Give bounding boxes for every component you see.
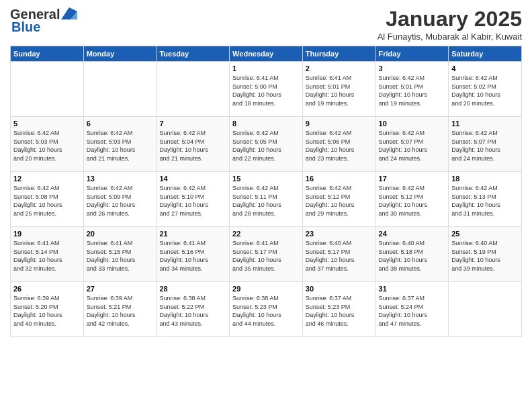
day-cell: 24Sunrise: 6:40 AMSunset: 5:18 PMDayligh…: [375, 227, 449, 282]
logo-blue: Blue: [11, 19, 40, 35]
day-cell: 31Sunrise: 6:37 AMSunset: 5:24 PMDayligh…: [375, 282, 449, 337]
day-info: Sunrise: 6:42 AMSunset: 5:05 PMDaylight:…: [232, 129, 300, 163]
day-info: Sunrise: 6:38 AMSunset: 5:22 PMDaylight:…: [159, 294, 226, 328]
day-number: 19: [13, 230, 81, 238]
day-cell: 18Sunrise: 6:42 AMSunset: 5:13 PMDayligh…: [449, 172, 522, 227]
day-cell: 6Sunrise: 6:42 AMSunset: 5:03 PMDaylight…: [83, 117, 157, 172]
day-cell: [83, 62, 157, 117]
day-info: Sunrise: 6:41 AMSunset: 5:00 PMDaylight:…: [232, 74, 300, 107]
day-info: Sunrise: 6:41 AMSunset: 5:01 PMDaylight:…: [306, 74, 373, 107]
header-day-friday: Friday: [375, 46, 449, 62]
day-info: Sunrise: 6:42 AMSunset: 5:10 PMDaylight:…: [159, 184, 226, 218]
day-number: 15: [232, 175, 300, 183]
header-row: SundayMondayTuesdayWednesdayThursdayFrid…: [11, 46, 522, 62]
logo: General Blue: [10, 7, 77, 35]
day-info: Sunrise: 6:41 AMSunset: 5:17 PMDaylight:…: [232, 239, 300, 273]
day-cell: 21Sunrise: 6:41 AMSunset: 5:16 PMDayligh…: [157, 227, 230, 282]
week-row-5: 26Sunrise: 6:39 AMSunset: 5:20 PMDayligh…: [11, 282, 522, 337]
day-number: 22: [232, 230, 300, 238]
page-container: General Blue January 2025 Al Funaytis, M…: [0, 0, 532, 344]
day-cell: 29Sunrise: 6:38 AMSunset: 5:23 PMDayligh…: [230, 282, 303, 337]
day-number: 25: [451, 230, 519, 238]
day-cell: 27Sunrise: 6:39 AMSunset: 5:21 PMDayligh…: [83, 282, 157, 337]
day-cell: 13Sunrise: 6:42 AMSunset: 5:09 PMDayligh…: [83, 172, 157, 227]
day-number: 2: [306, 64, 373, 73]
day-info: Sunrise: 6:42 AMSunset: 5:11 PMDaylight:…: [232, 184, 300, 218]
day-number: 11: [451, 120, 519, 128]
page-header: General Blue January 2025 Al Funaytis, M…: [10, 7, 522, 42]
day-number: 28: [159, 285, 226, 293]
header-day-thursday: Thursday: [302, 46, 375, 62]
day-info: Sunrise: 6:41 AMSunset: 5:14 PMDaylight:…: [13, 239, 81, 273]
day-info: Sunrise: 6:38 AMSunset: 5:23 PMDaylight:…: [232, 294, 300, 328]
day-cell: [157, 62, 230, 117]
day-info: Sunrise: 6:42 AMSunset: 5:13 PMDaylight:…: [451, 184, 519, 218]
month-title: January 2025: [378, 7, 522, 32]
day-number: 8: [232, 120, 300, 128]
week-row-3: 12Sunrise: 6:42 AMSunset: 5:08 PMDayligh…: [11, 172, 522, 227]
day-number: 29: [232, 285, 300, 293]
day-cell: 2Sunrise: 6:41 AMSunset: 5:01 PMDaylight…: [302, 62, 375, 117]
day-info: Sunrise: 6:37 AMSunset: 5:23 PMDaylight:…: [306, 294, 373, 328]
header-day-saturday: Saturday: [449, 46, 522, 62]
week-row-4: 19Sunrise: 6:41 AMSunset: 5:14 PMDayligh…: [11, 227, 522, 282]
day-cell: 20Sunrise: 6:41 AMSunset: 5:15 PMDayligh…: [83, 227, 157, 282]
day-number: 3: [379, 64, 446, 73]
day-cell: 11Sunrise: 6:42 AMSunset: 5:07 PMDayligh…: [449, 117, 522, 172]
day-number: 18: [451, 175, 519, 183]
day-cell: 12Sunrise: 6:42 AMSunset: 5:08 PMDayligh…: [11, 172, 84, 227]
day-cell: 22Sunrise: 6:41 AMSunset: 5:17 PMDayligh…: [230, 227, 303, 282]
title-block: January 2025 Al Funaytis, Mubarak al Kab…: [378, 7, 522, 42]
day-cell: 15Sunrise: 6:42 AMSunset: 5:11 PMDayligh…: [230, 172, 303, 227]
day-info: Sunrise: 6:39 AMSunset: 5:21 PMDaylight:…: [87, 294, 154, 328]
day-number: 5: [13, 120, 81, 128]
day-number: 13: [87, 175, 154, 183]
day-number: 7: [159, 120, 226, 128]
day-info: Sunrise: 6:42 AMSunset: 5:07 PMDaylight:…: [451, 129, 519, 163]
day-cell: [11, 62, 84, 117]
location-subtitle: Al Funaytis, Mubarak al Kabir, Kuwait: [378, 32, 522, 42]
day-number: 10: [379, 120, 446, 128]
day-number: 14: [159, 175, 226, 183]
day-number: 4: [451, 64, 519, 73]
day-cell: 9Sunrise: 6:42 AMSunset: 5:06 PMDaylight…: [302, 117, 375, 172]
day-info: Sunrise: 6:42 AMSunset: 5:04 PMDaylight:…: [159, 129, 226, 163]
day-cell: [449, 282, 522, 337]
day-number: 9: [306, 120, 373, 128]
day-cell: 4Sunrise: 6:42 AMSunset: 5:02 PMDaylight…: [449, 62, 522, 117]
day-cell: 1Sunrise: 6:41 AMSunset: 5:00 PMDaylight…: [230, 62, 303, 117]
day-number: 16: [306, 175, 373, 183]
day-cell: 10Sunrise: 6:42 AMSunset: 5:07 PMDayligh…: [375, 117, 449, 172]
day-cell: 7Sunrise: 6:42 AMSunset: 5:04 PMDaylight…: [157, 117, 230, 172]
day-info: Sunrise: 6:42 AMSunset: 5:12 PMDaylight:…: [379, 184, 446, 218]
day-cell: 26Sunrise: 6:39 AMSunset: 5:20 PMDayligh…: [11, 282, 84, 337]
day-info: Sunrise: 6:39 AMSunset: 5:20 PMDaylight:…: [13, 294, 81, 328]
day-number: 20: [87, 230, 154, 238]
day-cell: 14Sunrise: 6:42 AMSunset: 5:10 PMDayligh…: [157, 172, 230, 227]
day-info: Sunrise: 6:41 AMSunset: 5:15 PMDaylight:…: [87, 239, 154, 273]
day-info: Sunrise: 6:37 AMSunset: 5:24 PMDaylight:…: [379, 294, 446, 328]
day-number: 21: [159, 230, 226, 238]
day-info: Sunrise: 6:40 AMSunset: 5:17 PMDaylight:…: [306, 239, 373, 273]
day-cell: 16Sunrise: 6:42 AMSunset: 5:12 PMDayligh…: [302, 172, 375, 227]
day-cell: 5Sunrise: 6:42 AMSunset: 5:03 PMDaylight…: [11, 117, 84, 172]
header-day-monday: Monday: [83, 46, 157, 62]
day-info: Sunrise: 6:42 AMSunset: 5:01 PMDaylight:…: [379, 74, 446, 107]
calendar-table: SundayMondayTuesdayWednesdayThursdayFrid…: [10, 46, 522, 337]
day-number: 17: [379, 175, 446, 183]
day-number: 30: [306, 285, 373, 293]
day-number: 6: [87, 120, 154, 128]
day-info: Sunrise: 6:42 AMSunset: 5:12 PMDaylight:…: [306, 184, 373, 218]
day-info: Sunrise: 6:42 AMSunset: 5:06 PMDaylight:…: [306, 129, 373, 163]
day-cell: 19Sunrise: 6:41 AMSunset: 5:14 PMDayligh…: [11, 227, 84, 282]
day-cell: 23Sunrise: 6:40 AMSunset: 5:17 PMDayligh…: [302, 227, 375, 282]
day-info: Sunrise: 6:42 AMSunset: 5:09 PMDaylight:…: [87, 184, 154, 218]
day-number: 12: [13, 175, 81, 183]
day-number: 23: [306, 230, 373, 238]
day-info: Sunrise: 6:40 AMSunset: 5:19 PMDaylight:…: [451, 239, 519, 273]
day-info: Sunrise: 6:42 AMSunset: 5:03 PMDaylight:…: [87, 129, 154, 163]
day-info: Sunrise: 6:42 AMSunset: 5:02 PMDaylight:…: [451, 74, 519, 107]
week-row-1: 1Sunrise: 6:41 AMSunset: 5:00 PMDaylight…: [11, 62, 522, 117]
day-number: 26: [13, 285, 81, 293]
header-day-wednesday: Wednesday: [230, 46, 303, 62]
